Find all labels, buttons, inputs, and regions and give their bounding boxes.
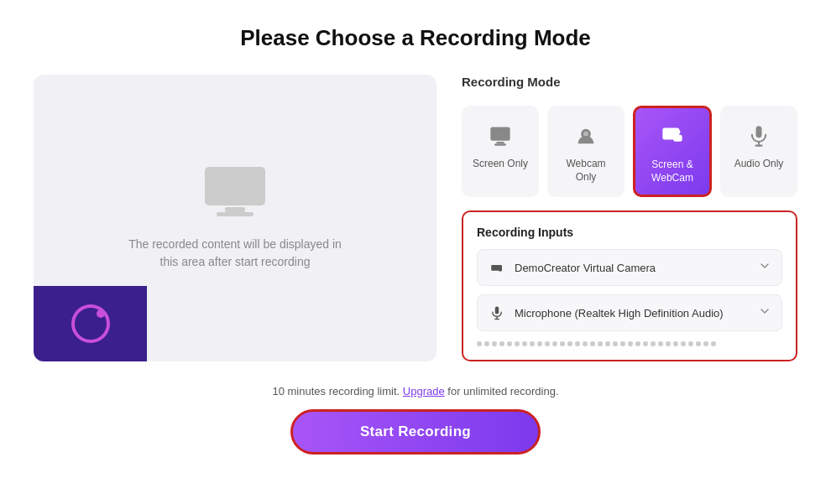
- svg-point-7: [583, 132, 588, 137]
- upgrade-link[interactable]: Upgrade: [403, 385, 445, 397]
- logo-icon: [71, 304, 110, 343]
- camera-device-text: DemoCreator Virtual Camera: [515, 262, 758, 274]
- svg-rect-2: [217, 212, 253, 216]
- mode-screen-webcam[interactable]: Screen & WebCam: [633, 106, 712, 197]
- svg-rect-15: [495, 307, 499, 314]
- audio-only-label: Audio Only: [734, 158, 784, 171]
- camera-input-row[interactable]: DemoCreator Virtual Camera: [477, 249, 782, 286]
- svg-rect-11: [756, 126, 762, 138]
- recording-inputs-box: Recording Inputs DemoCreator Virtual Cam…: [462, 210, 797, 361]
- right-panel: Recording Mode Screen Only: [462, 75, 797, 361]
- svg-rect-0: [205, 167, 265, 205]
- screen-webcam-icon: [657, 122, 687, 152]
- mode-audio-only[interactable]: Audio Only: [720, 106, 797, 197]
- camera-chevron-icon: [758, 259, 771, 276]
- svg-rect-1: [225, 207, 245, 212]
- svg-rect-4: [496, 142, 504, 143]
- svg-point-10: [676, 129, 681, 134]
- mode-webcam-only[interactable]: Webcam Only: [547, 106, 625, 197]
- footer: 10 minutes recording limit. Upgrade for …: [272, 385, 558, 455]
- mode-options: Screen Only Webcam Only: [462, 106, 797, 197]
- dots-decoration: [477, 341, 782, 346]
- mode-screen-only[interactable]: Screen Only: [462, 106, 539, 197]
- svg-point-14: [494, 267, 496, 269]
- mic-chevron-icon: [758, 304, 771, 321]
- start-recording-button[interactable]: Start Recording: [290, 409, 541, 455]
- webcam-only-label: Webcam Only: [556, 158, 616, 184]
- recording-inputs-title: Recording Inputs: [477, 226, 782, 239]
- audio-only-icon: [744, 121, 774, 151]
- main-content: The recorded content will be displayed i…: [34, 75, 797, 361]
- monitor-placeholder-icon: [201, 165, 269, 222]
- limit-text: 10 minutes recording limit. Upgrade for …: [272, 385, 558, 397]
- svg-rect-5: [494, 143, 506, 145]
- page-title: Please Choose a Recording Mode: [240, 25, 591, 51]
- screen-only-icon: [485, 121, 515, 151]
- webcam-only-icon: [571, 121, 601, 151]
- svg-rect-3: [490, 127, 510, 141]
- screen-webcam-label: Screen & WebCam: [642, 158, 703, 184]
- preview-empty-text: The recorded content will be displayed i…: [128, 236, 342, 271]
- microphone-input-icon: [488, 304, 506, 322]
- microphone-device-text: Microphone (Realtek High Definition Audi…: [515, 307, 758, 320]
- logo-block: [34, 286, 147, 361]
- screen-only-label: Screen Only: [473, 158, 528, 171]
- camera-input-icon: [488, 258, 506, 277]
- recording-mode-label: Recording Mode: [462, 75, 797, 89]
- svg-rect-9: [673, 135, 682, 142]
- preview-panel: The recorded content will be displayed i…: [34, 75, 436, 361]
- microphone-input-row[interactable]: Microphone (Realtek High Definition Audi…: [477, 294, 782, 331]
